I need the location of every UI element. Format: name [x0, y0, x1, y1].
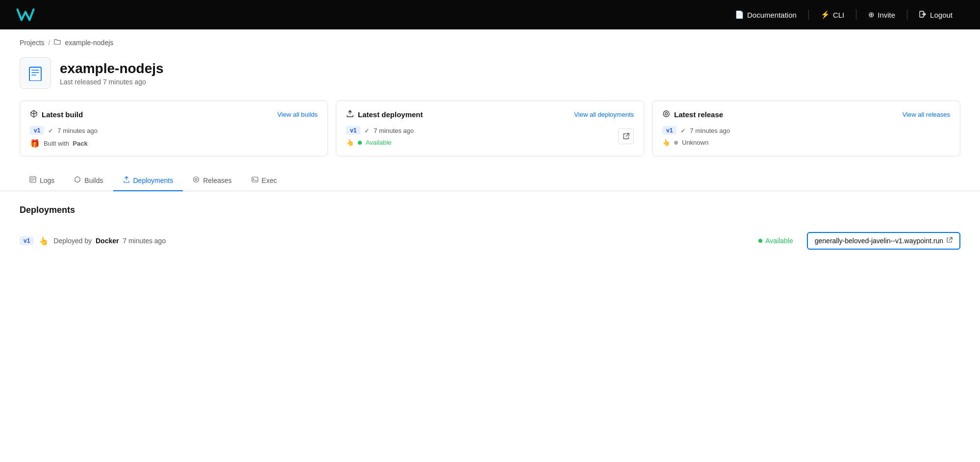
release-status-hand-icon: 👆: [662, 139, 670, 146]
deployment-status-hand-icon: 👆: [346, 139, 354, 146]
build-builder-row: 🎁 Built with Pack: [30, 139, 318, 148]
deployment-version-badge: v1: [346, 126, 360, 135]
deployment-status-dot: [358, 141, 362, 145]
logout-icon: [919, 10, 927, 20]
builds-tab-icon: [74, 176, 81, 184]
deployment-row-status: Available: [758, 237, 793, 245]
release-time: 7 minutes ago: [690, 127, 730, 134]
svg-point-6: [195, 179, 197, 180]
deployment-version-row: v1 ✓ 7 minutes ago: [346, 126, 414, 135]
view-all-releases-link[interactable]: View all releases: [903, 111, 950, 118]
svg-point-2: [663, 111, 669, 117]
svg-point-3: [665, 113, 668, 115]
breadcrumb-parent[interactable]: Projects: [20, 39, 45, 47]
summary-cards: Latest build View all builds v1 ✓ 7 minu…: [0, 101, 980, 170]
tab-deployments[interactable]: Deployments: [113, 170, 183, 191]
release-status-text: Unknown: [682, 139, 708, 146]
deployments-tab-icon: [123, 176, 130, 184]
deployment-url-external-icon: [946, 237, 953, 245]
deployment-row-docker-icon: 👆: [39, 236, 49, 246]
build-card-header: Latest build View all builds: [30, 110, 318, 119]
tab-exec[interactable]: Exec: [242, 170, 287, 191]
tab-builds[interactable]: Builds: [64, 170, 113, 191]
doc-icon: 📄: [735, 10, 744, 19]
breadcrumb-current: example-nodejs: [65, 39, 113, 47]
latest-build-card: Latest build View all builds v1 ✓ 7 minu…: [20, 101, 328, 156]
project-title-block: example-nodejs Last released 7 minutes a…: [60, 61, 164, 86]
breadcrumb: Projects / example-nodejs: [0, 29, 980, 51]
build-time: 7 minutes ago: [57, 127, 98, 134]
project-icon: [20, 57, 51, 89]
deployment-time: 7 minutes ago: [374, 127, 414, 134]
release-card-header: Latest release View all releases: [662, 110, 950, 119]
view-all-builds-link[interactable]: View all builds: [277, 111, 318, 118]
svg-rect-1: [29, 67, 41, 81]
build-card-title: Latest build: [30, 110, 83, 119]
deployment-row-version: v1: [20, 236, 34, 245]
build-icon: [30, 110, 38, 119]
deployment-info-rows: v1 ✓ 7 minutes ago 👆 Available: [346, 126, 414, 146]
release-card-title: Latest release: [662, 110, 723, 119]
page-header: example-nodejs Last released 7 minutes a…: [0, 51, 980, 101]
release-version-row: v1 ✓ 7 minutes ago: [662, 126, 950, 135]
deployment-card-header: Latest deployment View all deployments: [346, 110, 634, 119]
nav-links: 📄 Documentation ⚡ CLI ⊕ Invite Logout: [723, 10, 964, 20]
tabs-container: Logs Builds Deployments Releases Exec: [0, 170, 980, 191]
build-check-icon: ✓: [48, 127, 53, 134]
tabs: Logs Builds Deployments Releases Exec: [20, 170, 960, 191]
release-check-icon: ✓: [680, 127, 686, 134]
deployment-external-link-button[interactable]: [618, 128, 634, 144]
deployment-check-icon: ✓: [364, 127, 370, 134]
project-name: example-nodejs: [60, 61, 164, 77]
deployment-card-bottom: v1 ✓ 7 minutes ago 👆 Available: [346, 126, 634, 146]
logout-link[interactable]: Logout: [907, 10, 964, 20]
deployments-section: Deployments v1 👆 Deployed by Docker 7 mi…: [0, 205, 980, 257]
top-navigation: 📄 Documentation ⚡ CLI ⊕ Invite Logout: [0, 0, 980, 29]
exec-tab-icon: [251, 176, 258, 184]
pack-icon: 🎁: [30, 139, 40, 148]
release-version-badge: v1: [662, 126, 677, 135]
release-icon: [662, 110, 670, 119]
cli-icon: ⚡: [821, 10, 830, 19]
deployment-url-text: generally-beloved-javelin--v1.waypoint.r…: [815, 237, 943, 245]
project-subtitle: Last released 7 minutes ago: [60, 78, 164, 86]
table-row: v1 👆 Deployed by Docker 7 minutes ago Av…: [20, 225, 960, 257]
build-version-badge: v1: [30, 126, 44, 135]
deployment-icon: [346, 110, 354, 119]
deployment-row-info: v1 👆 Deployed by Docker 7 minutes ago: [20, 236, 753, 246]
deployments-section-title: Deployments: [20, 205, 960, 215]
release-status-row: 👆 Unknown: [662, 139, 950, 146]
deployment-row-status-dot: [758, 239, 762, 243]
deployment-status-text: Available: [366, 139, 392, 146]
build-with-text: Built with Pack: [44, 140, 88, 147]
logs-icon: [29, 176, 36, 184]
svg-rect-7: [252, 177, 258, 182]
build-version-row: v1 ✓ 7 minutes ago: [30, 126, 318, 135]
deployment-row-meta: Deployed by Docker 7 minutes ago: [53, 237, 166, 245]
release-status-dot: [674, 141, 678, 145]
deployment-row-url-button[interactable]: generally-beloved-javelin--v1.waypoint.r…: [807, 232, 960, 250]
logo[interactable]: [16, 8, 35, 22]
documentation-link[interactable]: 📄 Documentation: [723, 10, 808, 19]
breadcrumb-separator: /: [49, 39, 50, 47]
view-all-deployments-link[interactable]: View all deployments: [574, 111, 634, 118]
breadcrumb-folder-icon: [54, 38, 61, 47]
deployment-row-status-text: Available: [765, 237, 793, 245]
invite-icon: ⊕: [868, 10, 875, 19]
deployment-card-title: Latest deployment: [346, 110, 423, 119]
tab-releases[interactable]: Releases: [183, 170, 241, 191]
cli-link[interactable]: ⚡ CLI: [809, 10, 856, 19]
releases-tab-icon: [193, 176, 200, 184]
deployment-status-row: 👆 Available: [346, 139, 414, 146]
tab-logs[interactable]: Logs: [20, 170, 64, 191]
svg-point-5: [194, 177, 199, 182]
latest-deployment-card: Latest deployment View all deployments v…: [336, 101, 644, 156]
invite-link[interactable]: ⊕ Invite: [856, 10, 907, 19]
latest-release-card: Latest release View all releases v1 ✓ 7 …: [652, 101, 960, 156]
